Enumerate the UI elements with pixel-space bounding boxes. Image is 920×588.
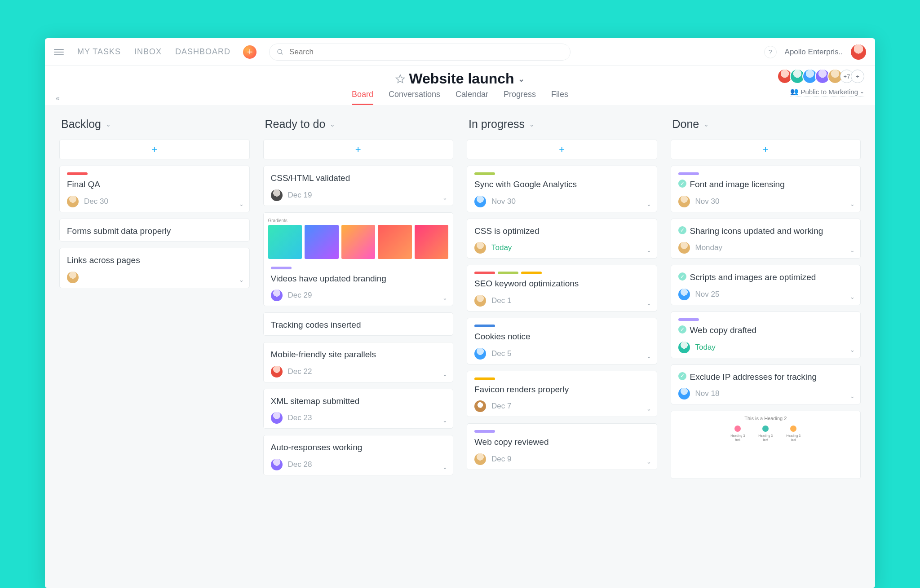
tab-progress[interactable]: Progress bbox=[504, 90, 536, 105]
board-column: Done⌄+✓Font and image licensingNov 30⌄✓S… bbox=[671, 116, 861, 577]
tab-calendar[interactable]: Calendar bbox=[456, 90, 488, 105]
nav-dashboard[interactable]: DASHBOARD bbox=[175, 47, 230, 57]
search-field[interactable] bbox=[269, 44, 571, 61]
chevron-down-icon[interactable]: ⌄ bbox=[850, 393, 855, 399]
tab-board[interactable]: Board bbox=[352, 90, 373, 105]
add-card-button[interactable]: + bbox=[467, 140, 657, 159]
chevron-down-icon[interactable]: ⌄ bbox=[850, 247, 855, 254]
assignee-avatar[interactable] bbox=[678, 242, 690, 254]
assignee-avatar[interactable] bbox=[271, 290, 283, 301]
assignee-avatar[interactable] bbox=[271, 366, 283, 377]
assignee-avatar[interactable] bbox=[678, 289, 690, 300]
chevron-down-icon[interactable]: ⌄ bbox=[646, 247, 651, 254]
assignee-avatar[interactable] bbox=[678, 342, 690, 353]
global-add-button[interactable]: + bbox=[243, 45, 257, 59]
task-card[interactable]: Sync with Google AnalyticsNov 30⌄ bbox=[467, 166, 657, 212]
assignee-avatar[interactable] bbox=[67, 272, 79, 283]
assignee-avatar[interactable] bbox=[474, 196, 486, 207]
tag-yellow bbox=[474, 377, 495, 380]
task-card[interactable]: SEO keyword optimizationsDec 1⌄ bbox=[467, 265, 657, 312]
help-button[interactable]: ? bbox=[764, 46, 777, 58]
chevron-down-icon[interactable]: ⌄ bbox=[850, 294, 855, 300]
task-card[interactable]: Cookies noticeDec 5⌄ bbox=[467, 318, 657, 364]
chevron-down-icon[interactable]: ⌄ bbox=[442, 294, 447, 301]
assignee-avatar[interactable] bbox=[474, 242, 486, 254]
assignee-avatar[interactable] bbox=[474, 453, 486, 465]
task-card[interactable]: GradientsVideos have updated brandingDec… bbox=[263, 212, 454, 307]
card-meta: Dec 28 bbox=[271, 459, 446, 470]
assignee-avatar[interactable] bbox=[474, 348, 486, 360]
task-card[interactable]: CSS is optimizedToday⌄ bbox=[467, 219, 657, 259]
sidebar-expand-icon[interactable]: « bbox=[56, 94, 60, 102]
chevron-down-icon[interactable]: ⌄ bbox=[518, 74, 525, 84]
chevron-down-icon[interactable]: ⌄ bbox=[646, 405, 651, 412]
chevron-down-icon[interactable]: ⌄ bbox=[239, 201, 244, 207]
column-title: Ready to do bbox=[265, 118, 326, 131]
add-card-button[interactable]: + bbox=[59, 140, 250, 159]
chevron-down-icon[interactable]: ⌄ bbox=[850, 347, 855, 353]
task-card[interactable]: Final QADec 30⌄ bbox=[59, 166, 250, 212]
column-header[interactable]: Done⌄ bbox=[671, 116, 861, 133]
chevron-down-icon[interactable]: ⌄ bbox=[442, 464, 447, 470]
star-icon[interactable] bbox=[395, 74, 405, 84]
task-card[interactable]: ✓Scripts and images are optimizedNov 25⌄ bbox=[671, 265, 861, 305]
task-card[interactable]: ✓Font and image licensingNov 30⌄ bbox=[671, 166, 861, 212]
nav-my-tasks[interactable]: MY TASKS bbox=[77, 47, 121, 57]
card-meta: Dec 22 bbox=[271, 366, 446, 377]
add-member-button[interactable]: + bbox=[851, 70, 864, 83]
chevron-down-icon: ⌄ bbox=[330, 121, 335, 128]
column-header[interactable]: Backlog⌄ bbox=[59, 116, 250, 133]
chevron-down-icon[interactable]: ⌄ bbox=[850, 201, 855, 207]
task-card[interactable]: Links across pages⌄ bbox=[59, 248, 250, 288]
project-visibility[interactable]: 👥 Public to Marketing ⌄ bbox=[790, 88, 864, 97]
task-card[interactable]: Mobile-friendly site parallelsDec 22⌄ bbox=[263, 342, 454, 382]
card-meta: Nov 30 bbox=[678, 196, 854, 207]
task-card[interactable]: ✓Exclude IP addresses for trackingNov 18… bbox=[671, 364, 861, 405]
chevron-down-icon[interactable]: ⌄ bbox=[239, 276, 244, 283]
assignee-avatar[interactable] bbox=[271, 412, 283, 424]
card-tags bbox=[678, 172, 854, 175]
task-card[interactable]: Web copy reviewedDec 9⌄ bbox=[467, 423, 657, 470]
task-card[interactable]: Forms submit data properly bbox=[59, 219, 250, 242]
chevron-down-icon[interactable]: ⌄ bbox=[442, 194, 447, 201]
nav-inbox[interactable]: INBOX bbox=[134, 47, 162, 57]
chevron-down-icon: ⌄ bbox=[703, 121, 709, 128]
task-card[interactable]: CSS/HTML validatedDec 19⌄ bbox=[263, 166, 454, 206]
assignee-avatar[interactable] bbox=[474, 400, 486, 412]
assignee-avatar[interactable] bbox=[474, 295, 486, 307]
project-title-text: Website launch bbox=[409, 70, 514, 87]
tag-green bbox=[498, 272, 518, 274]
assignee-avatar[interactable] bbox=[271, 189, 283, 201]
chevron-down-icon[interactable]: ⌄ bbox=[646, 201, 651, 207]
workspace-switcher[interactable]: Apollo Enterpris.. bbox=[785, 48, 843, 57]
assignee-avatar[interactable] bbox=[678, 388, 690, 399]
menu-icon[interactable] bbox=[54, 47, 64, 57]
chevron-down-icon[interactable]: ⌄ bbox=[646, 300, 651, 307]
assignee-avatar[interactable] bbox=[271, 459, 283, 470]
assignee-avatar[interactable] bbox=[678, 196, 690, 207]
card-title: Tracking codes inserted bbox=[271, 319, 446, 331]
chevron-down-icon[interactable]: ⌄ bbox=[442, 417, 447, 424]
chevron-down-icon[interactable]: ⌄ bbox=[442, 371, 447, 377]
task-card[interactable]: Tracking codes inserted bbox=[263, 312, 454, 336]
task-card[interactable]: XML sitemap submittedDec 23⌄ bbox=[263, 389, 454, 429]
task-card[interactable]: This is a Heading 2 Heading 3text Headin… bbox=[671, 411, 861, 479]
current-user-avatar[interactable] bbox=[851, 44, 866, 60]
task-card[interactable]: ✓Web copy draftedToday⌄ bbox=[671, 312, 861, 358]
chevron-down-icon[interactable]: ⌄ bbox=[646, 458, 651, 465]
column-header[interactable]: Ready to do⌄ bbox=[263, 116, 454, 133]
chevron-down-icon[interactable]: ⌄ bbox=[646, 353, 651, 360]
add-card-button[interactable]: + bbox=[263, 140, 454, 159]
tab-conversations[interactable]: Conversations bbox=[389, 90, 440, 105]
column-title: Done bbox=[672, 118, 699, 131]
column-header[interactable]: In progress⌄ bbox=[467, 116, 657, 133]
task-card[interactable]: Favicon renders properlyDec 7⌄ bbox=[467, 371, 657, 417]
task-card[interactable]: ✓Sharing icons updated and workingMonday… bbox=[671, 219, 861, 259]
assignee-avatar[interactable] bbox=[67, 196, 79, 207]
search-input[interactable] bbox=[288, 47, 563, 57]
task-card[interactable]: Auto-responses workingDec 28⌄ bbox=[263, 435, 454, 475]
tab-files[interactable]: Files bbox=[551, 90, 568, 105]
add-card-button[interactable]: + bbox=[671, 140, 861, 159]
card-meta: Dec 19 bbox=[271, 189, 446, 201]
project-title[interactable]: Website launch ⌄ bbox=[395, 70, 524, 87]
